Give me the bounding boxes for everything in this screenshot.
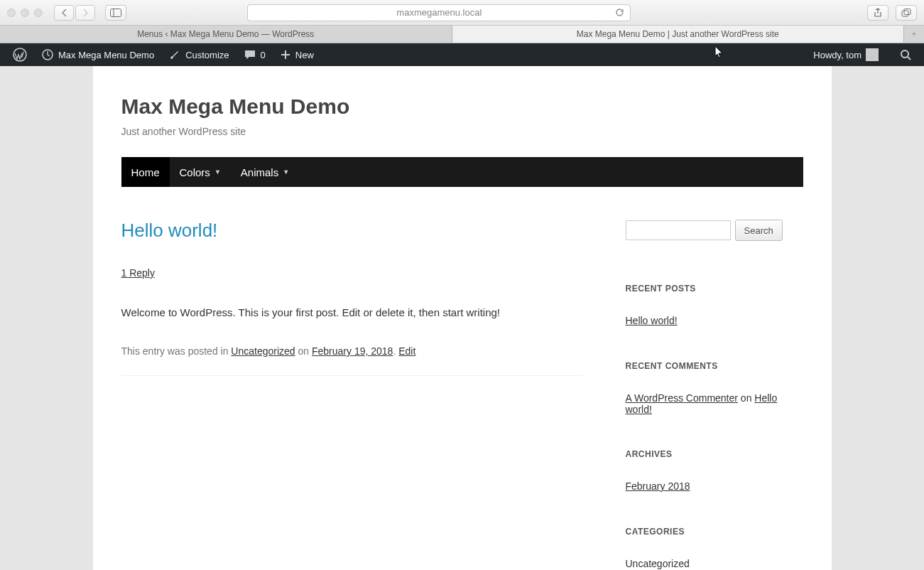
minimize-window-icon[interactable] xyxy=(21,9,29,17)
recent-comment: A WordPress Commenter on Hello world! xyxy=(626,392,803,415)
comment-author-link[interactable]: A WordPress Commenter xyxy=(626,392,738,404)
comments-count: 0 xyxy=(261,50,266,60)
comment-icon xyxy=(244,48,256,61)
browser-tab-1[interactable]: Max Mega Menu Demo | Just another WordPr… xyxy=(452,26,905,43)
nav-colors[interactable]: Colors ▼ xyxy=(170,157,231,187)
nav-home[interactable]: Home xyxy=(121,157,170,187)
main-column: Hello world! 1 Reply Welcome to WordPres… xyxy=(121,220,583,570)
nav-label: Home xyxy=(131,166,160,178)
back-button[interactable] xyxy=(54,5,74,21)
category-link[interactable]: Uncategorized xyxy=(231,345,295,357)
howdy-text: Howdy, tom xyxy=(813,50,862,60)
browser-toolbar: maxmegamenu.local xyxy=(0,0,924,26)
new-tab-button[interactable]: + xyxy=(904,26,924,43)
content-wrap: Hello world! 1 Reply Welcome to WordPres… xyxy=(121,220,803,570)
customize-label: Customize xyxy=(185,50,229,60)
category-link[interactable]: Uncategorized xyxy=(626,558,690,569)
post-meta: This entry was posted in Uncategorized o… xyxy=(121,345,583,357)
new-label: New xyxy=(295,50,314,60)
edit-link[interactable]: Edit xyxy=(398,345,415,357)
forward-button[interactable] xyxy=(75,5,95,21)
wp-admin-bar: Max Mega Menu Demo Customize 0 New Howdy… xyxy=(0,43,924,66)
search-input[interactable] xyxy=(626,220,731,240)
wordpress-logo-icon xyxy=(13,48,27,62)
site-name-menu[interactable]: Max Mega Menu Demo xyxy=(34,43,161,66)
plus-icon xyxy=(280,49,291,60)
my-account-link[interactable]: Howdy, tom xyxy=(806,43,886,66)
nav-animals[interactable]: Animals ▼ xyxy=(231,157,299,187)
svg-point-6 xyxy=(901,50,908,58)
site-name-label: Max Mega Menu Demo xyxy=(58,50,154,60)
recent-comments-title: RECENT COMMENTS xyxy=(626,361,803,371)
tab-label: Menus ‹ Max Mega Menu Demo — WordPress xyxy=(137,29,314,39)
recent-post-link[interactable]: Hello world! xyxy=(626,315,678,326)
reply-link[interactable]: 1 Reply xyxy=(121,267,155,279)
tab-bar: Menus ‹ Max Mega Menu Demo — WordPress M… xyxy=(0,26,924,43)
sidebar: Search RECENT POSTS Hello world! RECENT … xyxy=(626,220,803,570)
avatar xyxy=(866,48,879,61)
search-button[interactable]: Search xyxy=(735,220,783,241)
site-tagline: Just another WordPress site xyxy=(121,126,803,137)
zoom-window-icon[interactable] xyxy=(34,9,43,17)
close-window-icon[interactable] xyxy=(7,9,16,17)
admin-search[interactable] xyxy=(893,43,918,66)
reload-icon[interactable] xyxy=(615,8,624,17)
archive-link[interactable]: February 2018 xyxy=(626,480,690,492)
primary-nav: Home Colors ▼ Animals ▼ xyxy=(121,157,803,187)
date-link[interactable]: February 19, 2018 xyxy=(312,345,393,357)
post-title[interactable]: Hello world! xyxy=(121,220,583,242)
address-bar[interactable]: maxmegamenu.local xyxy=(247,4,631,21)
window-controls xyxy=(7,9,43,17)
dashboard-icon xyxy=(41,48,54,61)
categories-title: CATEGORIES xyxy=(626,527,803,537)
post-body: Welcome to WordPress. This is your first… xyxy=(121,306,583,318)
site-title[interactable]: Max Mega Menu Demo xyxy=(121,95,803,119)
svg-rect-0 xyxy=(111,9,121,16)
divider xyxy=(121,375,583,376)
search-icon xyxy=(900,49,911,60)
chevron-down-icon: ▼ xyxy=(283,168,289,176)
chevron-down-icon: ▼ xyxy=(214,168,221,176)
page-container: Max Mega Menu Demo Just another WordPres… xyxy=(93,66,832,570)
nav-label: Animals xyxy=(241,166,278,178)
customize-link[interactable]: Customize xyxy=(161,43,236,66)
tab-label: Max Mega Menu Demo | Just another WordPr… xyxy=(577,29,779,39)
new-content-link[interactable]: New xyxy=(273,43,321,66)
search-widget: Search xyxy=(626,220,803,241)
browser-tab-0[interactable]: Menus ‹ Max Mega Menu Demo — WordPress xyxy=(0,26,452,43)
tabs-overview-button[interactable] xyxy=(896,5,917,21)
share-button[interactable] xyxy=(867,5,888,21)
page-background: Max Mega Menu Demo Just another WordPres… xyxy=(0,66,924,570)
toolbar-right xyxy=(867,5,917,21)
url-text: maxmegamenu.local xyxy=(396,7,482,18)
recent-posts-title: RECENT POSTS xyxy=(626,284,803,294)
nav-buttons xyxy=(54,5,95,21)
svg-rect-2 xyxy=(902,11,908,16)
svg-rect-3 xyxy=(904,9,911,14)
archives-title: ARCHIVES xyxy=(626,449,803,459)
brush-icon xyxy=(168,48,181,61)
comments-link[interactable]: 0 xyxy=(237,43,273,66)
nav-label: Colors xyxy=(180,166,210,178)
sidebar-toggle-button[interactable] xyxy=(105,5,126,21)
svg-line-7 xyxy=(908,57,911,60)
wp-logo-menu[interactable] xyxy=(6,43,34,66)
